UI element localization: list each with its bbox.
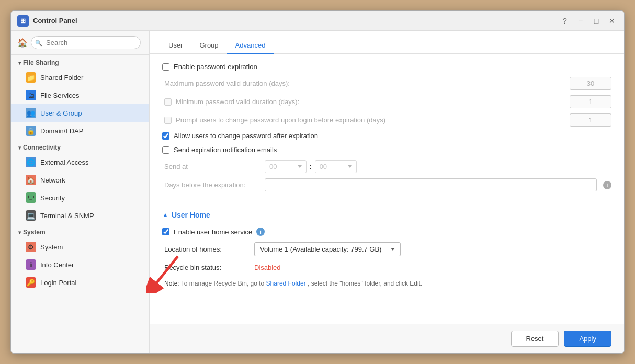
shared-folder-label: Shared Folder bbox=[40, 74, 83, 82]
shared-folder-link[interactable]: Shared Folder bbox=[266, 280, 306, 287]
file-services-icon: 🗂 bbox=[26, 90, 36, 100]
send-notification-checkbox[interactable] bbox=[162, 146, 169, 154]
prompt-row: Prompt users to change password upon log… bbox=[162, 113, 611, 127]
chevron-system-icon: ▾ bbox=[18, 230, 21, 235]
min-duration-label: Minimum password valid duration (days): bbox=[176, 98, 563, 106]
system-label: System bbox=[40, 243, 63, 251]
user-home-collapse-icon[interactable]: ▲ bbox=[162, 211, 168, 219]
days-before-input[interactable] bbox=[265, 178, 597, 191]
prompt-checkbox[interactable] bbox=[164, 117, 172, 124]
enable-home-row: Enable user home service i bbox=[162, 228, 611, 236]
enable-expiration-checkbox[interactable] bbox=[162, 63, 169, 71]
section-connectivity-label: Connectivity bbox=[23, 144, 61, 151]
reset-button[interactable]: Reset bbox=[511, 331, 559, 347]
prompt-input[interactable] bbox=[570, 113, 611, 127]
days-before-label: Days before the expiration: bbox=[164, 181, 258, 189]
send-at-minute-select[interactable]: 00 bbox=[315, 160, 357, 173]
sidebar: 🏠 ▾ File Sharing 📁 Shared Folder 🗂 Fil bbox=[11, 31, 150, 353]
password-expiration-section: Enable password expiration Maximum passw… bbox=[162, 63, 611, 191]
max-duration-input[interactable] bbox=[570, 77, 611, 90]
apply-button[interactable]: Apply bbox=[564, 331, 611, 347]
enable-expiration-label: Enable password expiration bbox=[174, 63, 257, 71]
recycle-bin-label: Recycle bin status: bbox=[164, 264, 248, 271]
allow-change-label: Allow users to change password after exp… bbox=[174, 132, 318, 140]
control-panel-window: ⊞ Control Panel ? − □ ✕ 🏠 bbox=[10, 10, 625, 354]
sidebar-item-terminal-snmp[interactable]: 💻 Terminal & SNMP bbox=[11, 207, 149, 224]
enable-home-info-icon[interactable]: i bbox=[256, 228, 265, 236]
chevron-icon: ▾ bbox=[18, 60, 21, 66]
sidebar-item-network[interactable]: 🏠 Network bbox=[11, 171, 149, 189]
app-icon: ⊞ bbox=[17, 15, 29, 27]
days-before-info-icon[interactable]: i bbox=[603, 181, 611, 189]
section-connectivity[interactable]: ▾ Connectivity bbox=[11, 140, 149, 153]
sidebar-item-login-portal[interactable]: 🔑 Login Portal bbox=[11, 274, 149, 291]
tab-user[interactable]: User bbox=[160, 37, 191, 54]
home-button[interactable]: 🏠 bbox=[17, 38, 28, 48]
note-prefix: Note: bbox=[164, 280, 179, 287]
send-at-hour-select[interactable]: 00 bbox=[265, 160, 307, 173]
terminal-icon: 💻 bbox=[26, 210, 36, 221]
enable-expiration-row: Enable password expiration bbox=[162, 63, 611, 71]
main-area: 🏠 ▾ File Sharing 📁 Shared Folder 🗂 Fil bbox=[11, 31, 624, 353]
search-input[interactable] bbox=[31, 36, 141, 49]
section-file-sharing-label: File Sharing bbox=[23, 59, 59, 66]
sidebar-item-security[interactable]: 🛡 Security bbox=[11, 189, 149, 207]
max-duration-row: Maximum password valid duration (days): bbox=[162, 77, 611, 90]
min-duration-input[interactable] bbox=[570, 95, 611, 108]
section-system[interactable]: ▾ System bbox=[11, 224, 149, 238]
tab-advanced[interactable]: Advanced bbox=[227, 37, 274, 54]
prompt-label: Prompt users to change password upon log… bbox=[176, 116, 563, 124]
user-home-title-row: ▲ User Home bbox=[162, 211, 611, 219]
security-label: Security bbox=[40, 194, 65, 202]
network-label: Network bbox=[40, 176, 65, 184]
section-file-sharing[interactable]: ▾ File Sharing bbox=[11, 55, 149, 69]
location-label: Location of homes: bbox=[164, 245, 248, 253]
note-row: Note: To manage Recycle Bin, go to Share… bbox=[162, 279, 611, 289]
sidebar-item-info-center[interactable]: ℹ Info Center bbox=[11, 256, 149, 274]
titlebar: ⊞ Control Panel ? − □ ✕ bbox=[11, 11, 624, 31]
recycle-bin-status: Disabled bbox=[254, 264, 281, 271]
login-portal-label: Login Portal bbox=[40, 279, 76, 287]
min-duration-checkbox[interactable] bbox=[164, 98, 172, 106]
note-text: To manage Recycle Bin, go to bbox=[181, 280, 266, 287]
allow-change-checkbox[interactable] bbox=[162, 132, 169, 140]
sidebar-item-shared-folder[interactable]: 📁 Shared Folder bbox=[11, 69, 149, 86]
prompt-checkbox-row: Prompt users to change password upon log… bbox=[164, 116, 563, 124]
send-notification-row: Send expiration notification emails bbox=[162, 146, 611, 154]
time-separator: : bbox=[310, 163, 312, 170]
domain-ldap-label: Domain/LDAP bbox=[40, 127, 83, 135]
location-select[interactable]: Volume 1 (Available capacity: 799.7 GB) bbox=[254, 242, 401, 256]
enable-home-label: Enable user home service bbox=[174, 228, 252, 236]
sidebar-item-domain-ldap[interactable]: 🔒 Domain/LDAP bbox=[11, 122, 149, 140]
time-select-wrap: 00 : 00 bbox=[265, 160, 357, 173]
sidebar-item-user-group[interactable]: 👥 User & Group bbox=[11, 104, 149, 122]
note-suffix: , select the "homes" folder, and click E… bbox=[308, 280, 422, 287]
allow-change-row: Allow users to change password after exp… bbox=[162, 132, 611, 140]
info-center-icon: ℹ bbox=[26, 259, 36, 270]
send-notification-label: Send expiration notification emails bbox=[174, 146, 277, 154]
section-system-label: System bbox=[23, 229, 46, 236]
help-button[interactable]: ? bbox=[559, 15, 571, 27]
min-duration-checkbox-row: Minimum password valid duration (days): bbox=[164, 98, 563, 106]
max-duration-label: Maximum password valid duration (days): bbox=[164, 79, 563, 87]
info-center-label: Info Center bbox=[40, 261, 74, 269]
shared-folder-icon: 📁 bbox=[26, 72, 36, 83]
enable-home-checkbox[interactable] bbox=[162, 228, 169, 235]
sidebar-item-external-access[interactable]: 🌐 External Access bbox=[11, 153, 149, 171]
min-duration-row: Minimum password valid duration (days): bbox=[162, 95, 611, 108]
network-icon: 🏠 bbox=[26, 175, 36, 185]
sidebar-search-area: 🏠 bbox=[11, 31, 149, 55]
location-row: Location of homes: Volume 1 (Available c… bbox=[162, 242, 611, 256]
user-group-label: User & Group bbox=[40, 109, 82, 117]
terminal-snmp-label: Terminal & SNMP bbox=[40, 212, 94, 220]
close-button[interactable]: ✕ bbox=[606, 15, 618, 27]
window-title: Control Panel bbox=[33, 17, 559, 25]
user-home-title: User Home bbox=[172, 211, 210, 219]
tab-group[interactable]: Group bbox=[191, 37, 226, 54]
external-access-label: External Access bbox=[40, 158, 89, 166]
minimize-button[interactable]: − bbox=[575, 15, 586, 27]
maximize-button[interactable]: □ bbox=[591, 15, 602, 27]
sidebar-item-file-services[interactable]: 🗂 File Services bbox=[11, 86, 149, 104]
sidebar-item-system[interactable]: ⚙ System bbox=[11, 238, 149, 256]
content-area: User Group Advanced Enable password expi… bbox=[150, 31, 624, 353]
